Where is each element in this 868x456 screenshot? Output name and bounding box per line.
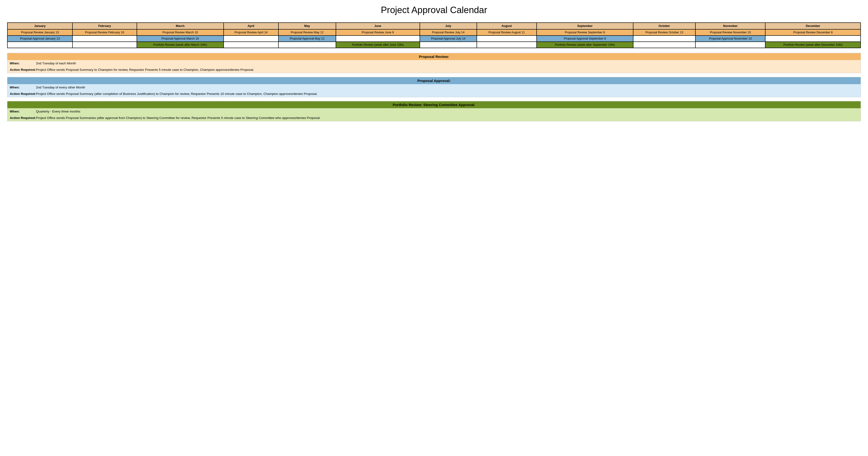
proposal-review-legend: Proposal Review: When: 2nd Tuesday of ea…	[7, 53, 861, 73]
calendar-cell-r3-c1	[7, 42, 72, 48]
calendar-cell-r2-c2	[72, 35, 137, 42]
calendar-cell-r1-c10: Proposal Review October 13	[633, 29, 695, 35]
calendar-cell-r2-c1: Proposal Approval January 13	[7, 35, 72, 42]
calendar-cell-r1-c9: Proposal Review September 8	[537, 29, 633, 35]
portfolio-review-when-label: When:	[10, 109, 36, 114]
calendar-row-3: Portfolio Review (week after March 10th)…	[7, 42, 861, 48]
calendar-cell-r1-c11: Proposal Review November 10	[695, 29, 765, 35]
portfolio-review-action-row: Action Required: Project Office sends Pr…	[7, 115, 861, 121]
calendar-cell-r1-c2: Proposal Review February 10	[72, 29, 137, 35]
month-header-april: April	[224, 23, 278, 29]
calendar-cell-r2-c4	[224, 35, 278, 42]
calendar-cell-r2-c3: Proposal Approval March 10	[137, 35, 224, 42]
proposal-review-when-row: When: 2nd Tuesday of each Month	[7, 60, 861, 66]
portfolio-review-when-row: When: Quarterly - Every three months	[7, 108, 861, 115]
calendar-cell-r3-c7	[420, 42, 477, 48]
calendar-cell-r2-c11: Proposal Approval November 10	[695, 35, 765, 42]
calendar-cell-r1-c12: Proposal Review December 8	[765, 29, 861, 35]
calendar-cell-r3-c9: Portfolio Review (week after September 1…	[537, 42, 633, 48]
proposal-approval-when-value: 2nd Tuesday of every other Month	[36, 85, 858, 90]
calendar-cell-r2-c9: Proposal Approval September 8	[537, 35, 633, 42]
calendar-row-2: Proposal Approval January 13Proposal App…	[7, 35, 861, 42]
proposal-approval-action-label: Action Required:	[10, 92, 36, 96]
calendar-cell-r1-c8: Proposal Review August 11	[477, 29, 537, 35]
calendar-cell-r1-c3: Proposal Review March 10	[137, 29, 224, 35]
calendar-cell-r3-c12: Portfolio Review (week after December 10…	[765, 42, 861, 48]
month-header-november: November	[695, 23, 765, 29]
month-header-row: JanuaryFebruaryMarchAprilMayJuneJulyAugu…	[7, 23, 861, 29]
month-header-january: January	[7, 23, 72, 29]
proposal-approval-legend: Proposal Approval: When: 2nd Tuesday of …	[7, 77, 861, 97]
month-header-august: August	[477, 23, 537, 29]
calendar-cell-r1-c1: Proposal Review January 13	[7, 29, 72, 35]
month-header-july: July	[420, 23, 477, 29]
proposal-review-action-value: Project Office sends Proposal Summary to…	[36, 67, 858, 72]
calendar-cell-r3-c11	[695, 42, 765, 48]
proposal-review-header: Proposal Review:	[7, 53, 861, 60]
calendar-cell-r2-c6	[336, 35, 420, 42]
calendar-cell-r3-c5	[278, 42, 336, 48]
proposal-review-when-value: 2nd Tuesday of each Month	[36, 61, 858, 65]
calendar-cell-r1-c5: Proposal Review May 12	[278, 29, 336, 35]
calendar-cell-r2-c12	[765, 35, 861, 42]
calendar-cell-r3-c2	[72, 42, 137, 48]
calendar-cell-r1-c4: Proposal Review April 14	[224, 29, 278, 35]
portfolio-review-legend: Portfolio Review: Steering Committee App…	[7, 101, 861, 121]
month-header-october: October	[633, 23, 695, 29]
month-header-may: May	[278, 23, 336, 29]
calendar-cell-r3-c10	[633, 42, 695, 48]
proposal-approval-when-label: When:	[10, 85, 36, 90]
portfolio-review-header: Portfolio Review: Steering Committee App…	[7, 101, 861, 108]
calendar-cell-r1-c6: Proposal Review June 9	[336, 29, 420, 35]
proposal-approval-action-row: Action Required: Project Office sends Pr…	[7, 91, 861, 97]
calendar-cell-r3-c8	[477, 42, 537, 48]
proposal-review-action-label: Action Required:	[10, 67, 36, 72]
calendar-cell-r3-c4	[224, 42, 278, 48]
calendar-cell-r3-c3: Portfolio Review (week after March 10th)	[137, 42, 224, 48]
calendar-cell-r1-c7: Proposal Review July 14	[420, 29, 477, 35]
month-header-december: December	[765, 23, 861, 29]
calendar-cell-r3-c6: Portfolio Review (week after June 10th)	[336, 42, 420, 48]
proposal-approval-when-row: When: 2nd Tuesday of every other Month	[7, 84, 861, 91]
portfolio-review-action-value: Project Office sends Proposal Summaries …	[36, 116, 858, 120]
calendar-table: JanuaryFebruaryMarchAprilMayJuneJulyAugu…	[7, 22, 861, 48]
calendar-row-1: Proposal Review January 13Proposal Revie…	[7, 29, 861, 35]
calendar-cell-r2-c7: Proposal Approval July 14	[420, 35, 477, 42]
month-header-june: June	[336, 23, 420, 29]
proposal-review-action-row: Action Required: Project Office sends Pr…	[7, 66, 861, 73]
calendar-cell-r2-c10	[633, 35, 695, 42]
month-header-september: September	[537, 23, 633, 29]
proposal-approval-header: Proposal Approval:	[7, 77, 861, 84]
page-title: Project Approval Calendar	[7, 5, 861, 15]
proposal-approval-action-value: Project Office sends Proposal Summary (a…	[36, 92, 858, 96]
calendar-cell-r2-c5: Proposal Approval May 12	[278, 35, 336, 42]
portfolio-review-action-label: Action Required:	[10, 116, 36, 120]
portfolio-review-when-value: Quarterly - Every three months	[36, 109, 858, 114]
proposal-review-when-label: When:	[10, 61, 36, 65]
month-header-february: February	[72, 23, 137, 29]
calendar-cell-r2-c8	[477, 35, 537, 42]
month-header-march: March	[137, 23, 224, 29]
